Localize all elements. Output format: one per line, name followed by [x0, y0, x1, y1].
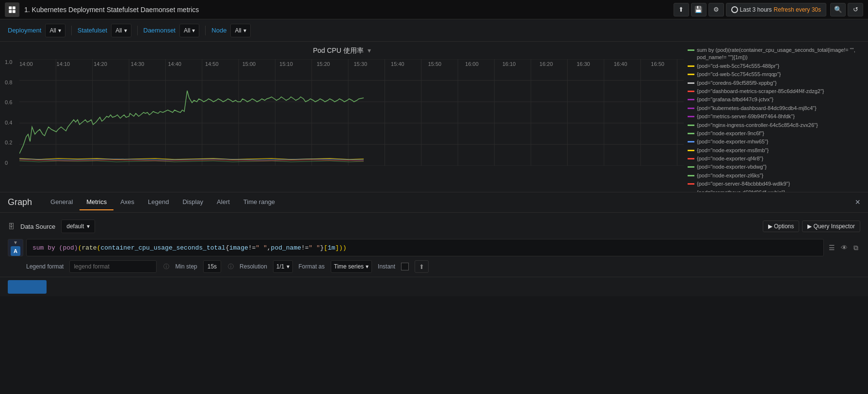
legend-item-text: {pod="coredns-69cf585f9-xppbg"}: [697, 79, 777, 87]
time-range-display[interactable]: Last 3 hours Refresh every 30s: [726, 3, 826, 16]
instant-checkbox[interactable]: [401, 263, 409, 270]
query-letter-badge-a: A: [11, 246, 20, 256]
deployment-filter-label[interactable]: Deployment: [8, 27, 41, 34]
legend-item: {pod="oper-server-84bcbbbd49-wdlk9"}: [688, 180, 864, 188]
statefulset-filter-select[interactable]: All ▾: [111, 24, 131, 37]
legend-format-info-icon[interactable]: ⓘ: [163, 263, 169, 271]
tab-legend[interactable]: Legend: [141, 194, 176, 210]
legend-color-swatch: [688, 183, 694, 185]
svg-rect-2: [9, 10, 12, 13]
chart-svg: [19, 59, 684, 166]
chevron-down-icon: ▾: [243, 27, 246, 34]
legend-color-swatch: [688, 49, 694, 51]
legend-item-text: {pod="dashboard-metrics-scraper-85c6dd4f…: [697, 88, 824, 95]
collapse-arrow-icon: ▼: [13, 240, 18, 245]
query-menu-button[interactable]: ☰: [827, 242, 837, 253]
legend-item: {pod="node-exporter-vbdwg"}: [688, 163, 864, 171]
tab-alert[interactable]: Alert: [210, 194, 237, 210]
query-options-bar: Legend format ⓘ Min step 15s ⓘ Resolutio…: [8, 256, 860, 273]
legend-item: {pod="grafana-bfbd447c9-jctvx"}: [688, 96, 864, 103]
legend-color-swatch: [688, 133, 694, 134]
legend-item-text: {pod="node-exporter-zl6ks"}: [697, 172, 763, 179]
panel-title: Graph: [8, 197, 32, 207]
tab-metrics[interactable]: Metrics: [80, 194, 113, 210]
legend-color-swatch: [688, 65, 694, 67]
settings-button[interactable]: ⚙: [708, 3, 724, 16]
deployment-filter-select[interactable]: All ▾: [45, 24, 65, 37]
tab-display[interactable]: Display: [176, 194, 210, 210]
legend-color-swatch: [688, 175, 694, 176]
legend-item: {pod="coredns-69cf585f9-xppbg"}: [688, 79, 864, 87]
query-header: 🗄 Data Source default ▾ ▶ Options ▶ Quer…: [8, 217, 860, 236]
format-as-label: Format as: [299, 263, 325, 270]
filter-separator-1: [71, 26, 72, 35]
refresh-icon: ↺: [853, 6, 858, 13]
refresh-label[interactable]: Refresh every 30s: [774, 6, 821, 13]
query-share-button[interactable]: ⬆: [415, 260, 429, 273]
query-inspector-button[interactable]: ▶ Query Inspector: [802, 221, 860, 232]
options-button[interactable]: ▶ Options: [763, 221, 800, 232]
svg-rect-1: [13, 6, 16, 9]
time-range-text: Last 3 hours: [740, 6, 772, 13]
close-button[interactable]: ×: [855, 197, 860, 207]
y-axis: 1.0 0.8 0.6 0.4 0.2 0: [5, 59, 12, 166]
chevron-down-icon: ▾: [287, 263, 289, 270]
query-visibility-button[interactable]: 👁: [839, 242, 850, 253]
tabs-panel: Graph General Metrics Axes Legend Displa…: [0, 192, 868, 212]
legend-item: {pod="node-exporter-ms8mb"}: [688, 147, 864, 154]
min-step-label: Min step: [175, 263, 197, 270]
chevron-down-icon: ▾: [124, 27, 127, 34]
refresh-button[interactable]: ↺: [848, 3, 863, 16]
legend-item: {pod="cd-web-5cc754c555-488pr"}: [688, 63, 864, 70]
legend-item-text: {pod="node-exporter-mhw65"}: [697, 138, 769, 145]
gear-icon: ⚙: [713, 6, 719, 13]
node-filter-label[interactable]: Node: [211, 27, 226, 34]
legend-item-text: {pod="oper-server-84bcbbbd49-wdlk9"}: [697, 180, 790, 188]
instant-label: Instant: [378, 263, 395, 270]
search-button[interactable]: 🔍: [830, 3, 846, 16]
legend-color-swatch: [688, 99, 694, 100]
legend-color-swatch: [688, 74, 694, 75]
legend-item-text: {pod="node-exporter-9nc6f"}: [697, 130, 764, 137]
resolution-label: Resolution: [240, 263, 267, 270]
legend-color-swatch: [688, 166, 694, 168]
query-collapse-badge[interactable]: ▼ A: [8, 239, 23, 256]
legend-item: {pod="node-exporter-9nc6f"}: [688, 130, 864, 137]
statefulset-filter-label[interactable]: Statefulset: [78, 27, 107, 34]
query-duplicate-button[interactable]: ⧉: [852, 242, 860, 254]
legend-item: {pod="metrics-server-69b94f7464-8hfdk"}: [688, 113, 864, 120]
clock-icon: [731, 6, 738, 13]
min-step-value: 15s: [203, 260, 221, 273]
daemonset-filter-select[interactable]: All ▾: [179, 24, 199, 37]
save-button[interactable]: 💾: [691, 3, 707, 16]
tab-general[interactable]: General: [44, 194, 80, 210]
svg-rect-0: [9, 6, 12, 9]
legend-format-input[interactable]: [69, 260, 157, 273]
resolution-select[interactable]: 1/1 ▾: [273, 260, 293, 273]
share-icon: ⬆: [678, 6, 684, 13]
legend-item-text: {pod="node-exporter-qf4r8"}: [697, 155, 763, 162]
tab-time-range[interactable]: Time range: [237, 194, 282, 210]
node-filter-select[interactable]: All ▾: [230, 24, 250, 37]
legend-item-text: {pod="cd-web-5cc754c555-mrqqp"}: [697, 71, 781, 78]
search-icon: 🔍: [834, 6, 842, 13]
daemonset-filter-label[interactable]: Daemonset: [144, 27, 176, 34]
query-editor-row: ▼ A sum by (pod)(rate(container_cpu_usag…: [8, 239, 860, 256]
legend-item: {pod="node-exporter-qf4r8"}: [688, 155, 864, 162]
legend-item: {pod="cd-web-5cc754c555-mrqqp"}: [688, 71, 864, 78]
legend-item: sum by (pod)(rate(container_cpu_usage_se…: [688, 47, 864, 62]
preview-bar: [8, 280, 47, 294]
share-button[interactable]: ⬆: [674, 3, 689, 16]
database-icon: 🗄: [8, 222, 15, 230]
svg-rect-3: [13, 10, 16, 13]
header-actions: ⬆ 💾 ⚙ Last 3 hours Refresh every 30s 🔍 ↺: [674, 3, 863, 16]
query-expression-input[interactable]: sum by (pod)(rate(container_cpu_usage_se…: [26, 239, 824, 256]
tab-axes[interactable]: Axes: [113, 194, 141, 210]
chevron-down-icon: ▾: [87, 223, 90, 230]
graph-title-arrow[interactable]: ▾: [368, 47, 371, 54]
legend-item-text: {pod="grafana-bfbd447c9-jctvx"}: [697, 96, 773, 103]
legend-format-label: Legend format: [26, 263, 64, 270]
min-step-info-icon[interactable]: ⓘ: [228, 263, 234, 271]
datasource-select[interactable]: default ▾: [61, 220, 95, 233]
format-as-select[interactable]: Time series ▾: [331, 260, 372, 273]
